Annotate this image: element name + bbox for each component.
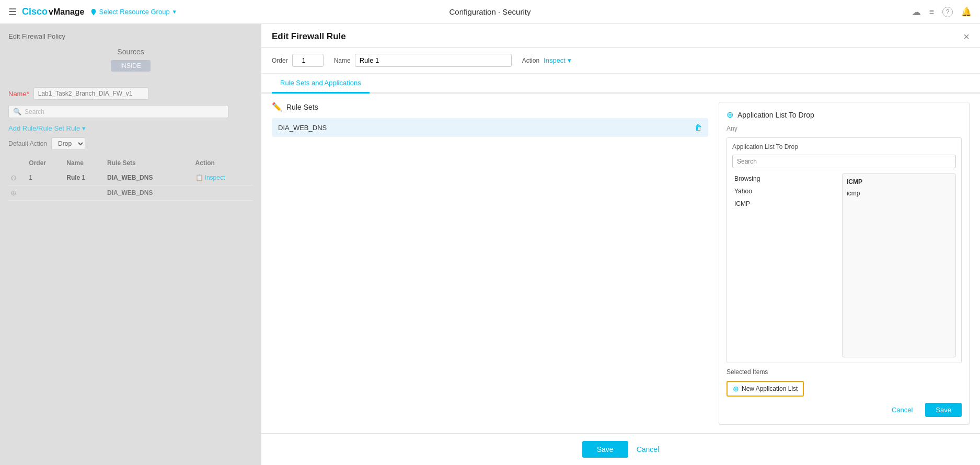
search-placeholder: Search bbox=[25, 108, 44, 115]
rule-order: 1 bbox=[27, 170, 64, 185]
add-rule-link[interactable]: Add Rule/Rule Set Rule ▾ bbox=[8, 124, 253, 132]
rule-set-item: DIA_WEB_DNS 🗑 bbox=[272, 118, 708, 137]
name-asterisk: Name bbox=[8, 90, 27, 98]
action-dropdown[interactable]: Inspect ▾ bbox=[544, 56, 571, 64]
app-right-header: ICMP bbox=[847, 178, 951, 185]
brand-vmanage: vManage bbox=[49, 7, 84, 17]
inside-badge: INSIDE bbox=[111, 60, 151, 72]
modal-fields-row: Order Name Action Inspect ▾ bbox=[261, 48, 980, 74]
col-order-label: Order bbox=[27, 156, 64, 170]
sources-label: Sources bbox=[8, 48, 253, 56]
table-row: ⊖ 1 Rule 1 DIA_WEB_DNS 📋Inspect bbox=[8, 170, 253, 185]
name-field-row: Name* bbox=[8, 87, 253, 100]
menu-dots-icon[interactable]: ≡ bbox=[929, 7, 934, 17]
modal-cancel-button[interactable]: Cancel bbox=[637, 445, 660, 454]
modal-dialog: Edit Firewall Rule × Order Name Action I… bbox=[261, 24, 980, 465]
modal-body: ✏️ Rule Sets DIA_WEB_DNS 🗑 ⊕ Application… bbox=[261, 94, 980, 433]
app-list-left: Browsing Yahoo ICMP bbox=[732, 173, 837, 357]
trash-icon[interactable]: 🗑 bbox=[695, 123, 702, 132]
dropdown-cancel-button[interactable]: Cancel bbox=[884, 403, 920, 417]
hamburger-icon[interactable]: ☰ bbox=[8, 6, 17, 18]
order-label: Order bbox=[272, 57, 288, 64]
list-item[interactable]: Browsing bbox=[732, 173, 837, 184]
page-title: Configuration · Security bbox=[449, 7, 531, 16]
top-nav: ☰ Cisco vManage Select Resource Group ▼ … bbox=[0, 0, 980, 24]
any-text: Any bbox=[727, 125, 962, 132]
search-icon: 🔍 bbox=[13, 108, 21, 115]
action-label: Action bbox=[522, 57, 539, 64]
rule-set-name: DIA_WEB_DNS bbox=[278, 124, 327, 132]
name-label: Name* bbox=[8, 90, 29, 98]
order-input[interactable] bbox=[292, 54, 324, 67]
cloud-icon[interactable]: ☁ bbox=[912, 6, 921, 18]
nav-left: ☰ Cisco vManage Select Resource Group ▼ bbox=[8, 6, 177, 18]
modal-footer: Save Cancel bbox=[261, 433, 980, 465]
left-pane: Edit Firewall Policy Sources INSIDE Name… bbox=[0, 24, 261, 465]
app-dropdown-title: Application List To Drop bbox=[732, 143, 956, 150]
default-action-row: Default Action Drop bbox=[8, 137, 253, 150]
sub-rule-set: DIA_WEB_DNS bbox=[105, 185, 193, 201]
new-app-list-label: New Application List bbox=[742, 385, 798, 392]
row-expand-icon[interactable]: ⊖ bbox=[10, 173, 17, 182]
app-list-panel: ⊕ Application List To Drop Any Applicati… bbox=[719, 102, 970, 425]
nav-right: ☁ ≡ ? 🔔 bbox=[912, 6, 972, 18]
app-search-input[interactable] bbox=[732, 155, 956, 168]
app-panel-header: ⊕ Application List To Drop bbox=[727, 110, 962, 120]
brand-cisco: Cisco bbox=[22, 6, 48, 17]
app-list-container: Browsing Yahoo ICMP ICMP icmp bbox=[732, 173, 956, 357]
col-action: Action bbox=[193, 156, 253, 170]
chevron-down-icon: ▼ bbox=[172, 9, 177, 15]
app-panel-title: Application List To Drop bbox=[737, 111, 814, 119]
inspect-icon: 📋 bbox=[195, 174, 203, 181]
search-row[interactable]: 🔍 Search bbox=[8, 105, 228, 118]
dropdown-actions: Cancel Save bbox=[727, 403, 962, 417]
rule-name: Rule 1 bbox=[64, 170, 105, 185]
close-button[interactable]: × bbox=[963, 31, 970, 42]
chevron-icon: ▾ bbox=[568, 56, 571, 64]
help-icon[interactable]: ? bbox=[942, 7, 953, 17]
resource-group-selector[interactable]: Select Resource Group ▼ bbox=[90, 8, 177, 16]
selected-items-label: Selected Items bbox=[727, 368, 768, 376]
sources-section: Sources INSIDE bbox=[8, 48, 253, 72]
policy-name-input[interactable] bbox=[33, 87, 148, 100]
add-circle-icon[interactable]: ⊕ bbox=[727, 110, 733, 120]
name-field-group: Name bbox=[334, 54, 512, 67]
rule-sets-header: ✏️ Rule Sets bbox=[272, 102, 708, 112]
col-name: Name bbox=[64, 156, 105, 170]
modal-header: Edit Firewall Rule × bbox=[261, 24, 980, 48]
action-field-group: Action Inspect ▾ bbox=[522, 56, 571, 64]
rule-set: DIA_WEB_DNS bbox=[105, 170, 193, 185]
rule-name-label: Name bbox=[334, 57, 351, 64]
resource-group-label: Select Resource Group bbox=[99, 8, 170, 16]
tab-rule-sets-applications[interactable]: Rule Sets and Applications bbox=[272, 74, 370, 94]
bell-icon[interactable]: 🔔 bbox=[961, 7, 972, 17]
order-field-group: Order bbox=[272, 54, 324, 67]
pencil-icon: ✏️ bbox=[272, 102, 282, 112]
col-order bbox=[8, 156, 27, 170]
app-right-item: icmp bbox=[847, 190, 951, 197]
new-application-list-button[interactable]: ⊕ New Application List bbox=[727, 381, 804, 397]
firewall-policy-title: Edit Firewall Policy bbox=[8, 32, 253, 40]
list-item[interactable]: ICMP bbox=[732, 199, 837, 209]
modal-save-button[interactable]: Save bbox=[582, 441, 628, 458]
chevron-down-icon: ▾ bbox=[82, 124, 86, 132]
default-action-select[interactable]: Drop bbox=[51, 137, 85, 150]
inspect-button[interactable]: 📋Inspect bbox=[195, 174, 225, 181]
app-list-right: ICMP icmp bbox=[842, 173, 956, 357]
app-dropdown: Application List To Drop Browsing Yahoo … bbox=[727, 137, 962, 363]
rule-name-input[interactable] bbox=[355, 54, 512, 67]
default-action-label: Default Action bbox=[8, 140, 47, 147]
col-rulesets: Rule Sets bbox=[105, 156, 193, 170]
dropdown-save-button[interactable]: Save bbox=[925, 403, 962, 417]
table-row-sub: ⊕ DIA_WEB_DNS bbox=[8, 185, 253, 201]
brand: Cisco vManage bbox=[22, 6, 85, 17]
location-icon bbox=[90, 8, 97, 16]
rule-sets-title: Rule Sets bbox=[286, 103, 318, 111]
sub-row-add-icon[interactable]: ⊕ bbox=[10, 189, 17, 197]
list-item[interactable]: Yahoo bbox=[732, 186, 837, 196]
add-rule-label: Add Rule/Rule Set Rule bbox=[8, 124, 80, 132]
main-area: Edit Firewall Policy Sources INSIDE Name… bbox=[0, 24, 980, 465]
modal-tabs: Rule Sets and Applications bbox=[261, 74, 980, 94]
rules-table: Order Name Rule Sets Action ⊖ 1 Rule 1 D… bbox=[8, 156, 253, 201]
modal-title: Edit Firewall Rule bbox=[272, 31, 346, 42]
